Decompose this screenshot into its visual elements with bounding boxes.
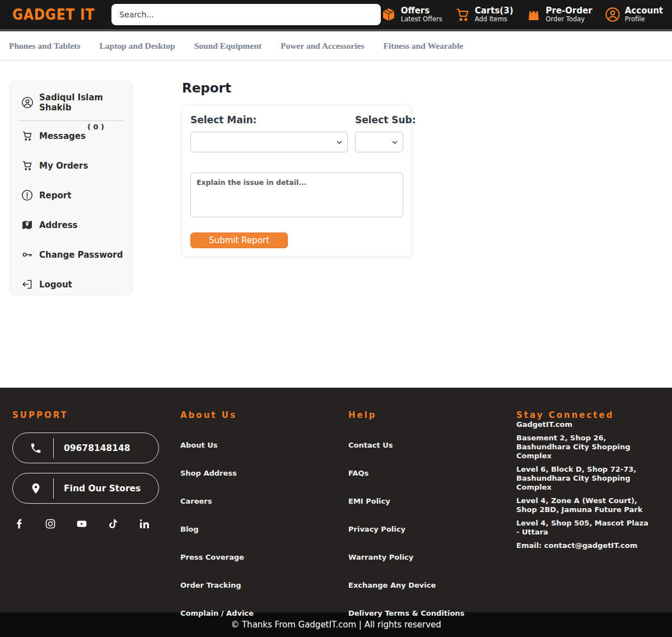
account-subtitle: Profile: [625, 16, 663, 23]
logout-icon: [21, 278, 33, 290]
user-name: Sadiqul Islam Shakib: [39, 92, 121, 113]
stay-connected-heading: Stay Connected: [516, 410, 660, 420]
store-address: Level 6, Block D, Shop 72-73, Bashundhar…: [516, 465, 651, 492]
store-address: Level 4, Zone A (West Court), Shop 2BD, …: [516, 496, 651, 514]
cart-icon: [455, 7, 470, 22]
sidebar-item-change-password[interactable]: Change Password: [18, 240, 124, 269]
report-form-card: Select Main: Select Sub:: [182, 105, 412, 257]
sidebar-item-report[interactable]: Report: [18, 180, 124, 210]
bag-icon: [526, 7, 542, 22]
nav-phones-tablets[interactable]: Phones and Tablets: [9, 41, 81, 51]
find-stores-button[interactable]: Find Our Stores: [12, 473, 159, 504]
pill-divider: [53, 478, 54, 499]
nav-laptop-desktop[interactable]: Laptop and Desktop: [100, 41, 175, 51]
messages-count-badge: ( 0 ): [87, 123, 104, 131]
sidebar-item-logout[interactable]: Logout: [18, 269, 124, 299]
preorder-button[interactable]: Pre-Order Order Today: [526, 6, 592, 23]
header-actions: Offers Latest Offers Carts(3) Add Items …: [381, 6, 663, 23]
sidebar-item-label: Logout: [39, 280, 72, 290]
sidebar-item-address[interactable]: Address: [18, 210, 124, 240]
youtube-icon[interactable]: [76, 518, 87, 529]
account-button[interactable]: Account Profile: [605, 6, 663, 23]
sidebar-item-my-orders[interactable]: My Orders: [18, 151, 124, 180]
package-icon: [381, 7, 396, 22]
footer-link-press-coverage[interactable]: Press Coverage: [180, 553, 244, 561]
select-sub-dropdown[interactable]: [355, 132, 403, 152]
contact-email: Email: contact@gadgetIT.com: [516, 541, 651, 550]
footer-support-column: SUPPORT 09678148148 Find Our Stores: [12, 410, 180, 612]
store-address: Basement 2, Shop 26, Bashundhara City Sh…: [516, 434, 651, 461]
phone-button[interactable]: 09678148148: [12, 433, 159, 463]
footer: SUPPORT 09678148148 Find Our Stores: [0, 388, 672, 612]
footer-link-privacy-policy[interactable]: Privacy Policy: [348, 525, 405, 533]
footer-link-careers[interactable]: Careers: [180, 497, 212, 505]
page-content: Sadiqul Islam Shakib Messages ( 0 ) My O…: [0, 61, 672, 388]
tiktok-icon[interactable]: [108, 518, 119, 529]
pill-divider: [53, 438, 54, 458]
footer-link-contact-us[interactable]: Contact Us: [348, 441, 393, 449]
footer-link-delivery-terms[interactable]: Delivery Terms & Conditions: [348, 609, 464, 617]
offers-subtitle: Latest Offers: [401, 16, 442, 23]
map-icon: [21, 219, 33, 231]
phone-number: 09678148148: [64, 443, 130, 453]
sidebar-item-messages[interactable]: Messages ( 0 ): [18, 121, 124, 151]
nav-fitness-wearable[interactable]: Fitness and Wearable: [383, 41, 463, 51]
footer-about-column: About Us About Us Shop Address Careers B…: [180, 410, 348, 612]
top-header: GADGET IT Offers Latest Offers Carts(3) …: [0, 0, 672, 29]
footer-stay-connected-column: Stay Connected GadgetIT.com Basement 2, …: [516, 410, 660, 612]
footer-link-blog[interactable]: Blog: [180, 525, 199, 533]
select-main-label: Select Main:: [190, 114, 348, 125]
user-circle-icon: [21, 96, 34, 109]
issue-detail-textarea[interactable]: [190, 173, 403, 217]
account-icon: [605, 7, 620, 22]
support-heading: SUPPORT: [12, 410, 180, 420]
linkedin-icon[interactable]: [139, 518, 150, 529]
carts-title: Carts(3): [475, 6, 514, 16]
cart-icon: [21, 160, 33, 171]
phone-icon: [30, 442, 42, 454]
footer-link-emi-policy[interactable]: EMI Policy: [348, 497, 390, 505]
report-section: Report Select Main: Select Sub:: [182, 81, 412, 257]
footer-link-faqs[interactable]: FAQs: [348, 469, 368, 477]
nav-sound-equipment[interactable]: Sound Equipment: [194, 41, 262, 51]
page-title: Report: [182, 81, 412, 95]
alert-circle-icon: [21, 189, 33, 201]
cart-icon: [21, 130, 33, 142]
footer-link-order-tracking[interactable]: Order Tracking: [180, 581, 241, 589]
footer-link-warranty-policy[interactable]: Warranty Policy: [348, 553, 413, 561]
select-labels-row: Select Main: Select Sub:: [190, 114, 403, 152]
select-main-dropdown[interactable]: [190, 132, 348, 152]
copyright-text: © Thanks From GadgetIT.com | All rights …: [231, 620, 441, 630]
sidebar-item-label: My Orders: [39, 161, 88, 171]
offers-button[interactable]: Offers Latest Offers: [381, 6, 442, 23]
find-stores-label: Find Our Stores: [64, 483, 141, 494]
location-pin-icon: [30, 482, 42, 495]
footer-link-about-us[interactable]: About Us: [180, 441, 218, 449]
preorder-subtitle: Order Today: [546, 16, 592, 23]
sidebar-item-label: Report: [39, 190, 71, 201]
carts-subtitle: Add Items: [475, 16, 514, 23]
help-heading: Help: [348, 410, 516, 420]
facebook-icon[interactable]: [13, 518, 25, 529]
footer-link-shop-address[interactable]: Shop Address: [180, 469, 237, 477]
sidebar-item-label: Change Password: [39, 250, 123, 260]
instagram-icon[interactable]: [45, 518, 56, 529]
sidebar-item-label: Messages ( 0 ): [39, 131, 86, 141]
submit-report-button[interactable]: Submit Report: [190, 233, 288, 248]
preorder-title: Pre-Order: [546, 6, 592, 16]
sidebar-user: Sadiqul Islam Shakib: [18, 90, 124, 121]
social-links: [12, 518, 180, 529]
about-us-heading: About Us: [180, 410, 348, 420]
brand-logo[interactable]: GADGET IT: [12, 6, 95, 22]
search-input[interactable]: [111, 4, 380, 25]
offers-title: Offers: [401, 6, 442, 16]
account-title: Account: [625, 6, 663, 16]
account-sidebar: Sadiqul Islam Shakib Messages ( 0 ) My O…: [10, 81, 133, 295]
footer-link-exchange-any-device[interactable]: Exchange Any Device: [348, 581, 436, 589]
category-nav: Phones and Tablets Laptop and Desktop So…: [0, 31, 672, 61]
store-address: Level 4, Shop 505, Mascot Plaza - Uttara: [516, 519, 651, 537]
nav-power-accessories[interactable]: Power and Accessories: [281, 41, 365, 51]
carts-button[interactable]: Carts(3) Add Items: [455, 6, 514, 23]
connected-site: GadgetIT.com: [516, 420, 651, 429]
footer-link-complain-advice[interactable]: Complain / Advice: [180, 609, 254, 617]
